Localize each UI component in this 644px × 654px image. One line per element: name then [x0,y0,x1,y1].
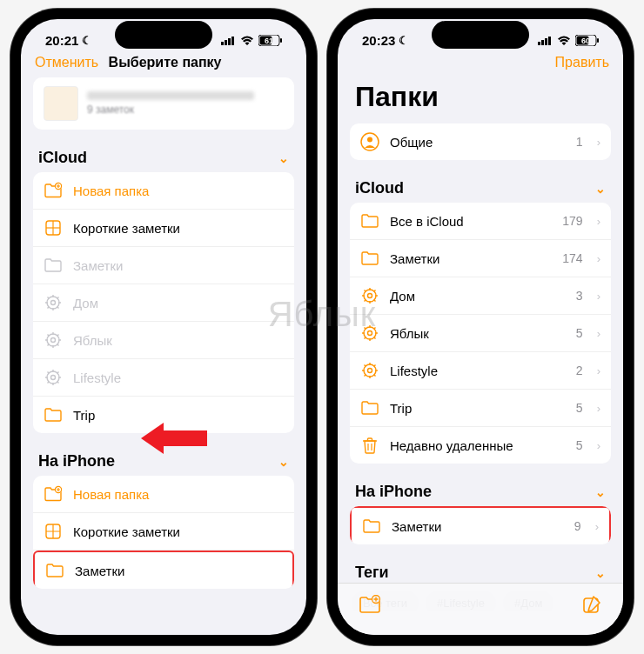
folder-count: 174 [562,251,582,265]
svg-line-68 [365,290,366,292]
svg-point-16 [51,301,56,305]
new-folder-icon[interactable] [359,595,381,614]
chevron-right-icon: › [597,364,600,377]
chevron-right-icon: › [597,327,600,340]
folder-label: Все в iCloud [390,214,552,229]
folder-row[interactable]: Новая папка [33,476,294,513]
chevron-right-icon: › [597,439,600,452]
folder-row[interactable]: Lifestyle2› [350,352,611,390]
svg-rect-3 [231,37,234,45]
battery-icon: 60 [575,35,599,46]
iphone-folder-list: Новая папкаКороткие заметкиЗаметки [33,476,294,589]
svg-line-23 [48,307,50,309]
svg-point-61 [367,137,372,143]
status-time: 20:23 [362,33,395,48]
svg-point-73 [368,331,372,336]
folder-label: Trip [390,401,566,416]
signal-icon [538,36,553,45]
folder-row[interactable]: Trip5› [350,390,611,427]
folder-row[interactable]: Новая папка [33,172,294,210]
svg-line-24 [57,297,59,299]
folder-count: 5 [576,401,583,415]
folder-icon [45,561,64,580]
folder-row: Заметки [33,247,294,284]
svg-line-90 [365,375,366,377]
folder-label: Дом [390,289,566,304]
svg-line-88 [365,365,366,367]
svg-line-43 [48,382,50,384]
section-header-icloud[interactable]: iCloud ⌄ [33,142,294,172]
svg-line-21 [48,297,50,299]
folder-row[interactable]: Недавно удаленные5› [350,427,611,464]
folder-row[interactable]: Дом3› [350,277,611,315]
svg-line-31 [48,335,50,337]
cancel-button[interactable]: Отменить [35,55,98,70]
folder-row[interactable]: Заметки9› [350,506,611,544]
folder-row: Дом [33,284,294,322]
folder-icon [44,405,63,424]
dynamic-island [115,21,212,49]
svg-line-79 [374,337,376,339]
folder-row[interactable]: Короткие заметки [33,210,294,247]
chevron-right-icon: › [595,520,599,533]
svg-line-71 [374,290,376,292]
dnd-moon-icon: ☾ [82,34,92,47]
dnd-moon-icon: ☾ [399,34,409,47]
folder-icon [360,249,379,268]
overlay-arrow [141,423,207,454]
svg-line-22 [57,307,59,309]
section-header-icloud[interactable]: iCloud ⌄ [350,172,611,203]
bottom-toolbar [338,583,623,635]
icloud-folder-list: Все в iCloud179›Заметки174›Дом3›Яблык5›L… [350,203,611,464]
folder-label: Заметки [392,519,564,534]
folder-row[interactable]: Все в iCloud179› [350,203,611,240]
folder-row[interactable]: Заметки [33,551,294,589]
iphone-folder-list: Заметки9› [350,506,611,544]
folder-label: Lifestyle [390,364,566,378]
chevron-down-icon: ⌄ [278,455,289,469]
section-header-iphone[interactable]: На iPhone ⌄ [350,476,611,506]
new-folder-icon [44,484,63,504]
folder-row[interactable]: Короткие заметки [33,513,294,551]
svg-rect-6 [280,38,282,43]
svg-rect-55 [548,37,551,45]
icloud-folder-list: Новая папкаКороткие заметкиЗаметкиДомЯбл… [33,172,294,433]
gear-icon [360,361,379,380]
svg-line-34 [57,335,59,337]
svg-line-81 [374,328,376,330]
battery-icon: 61 [258,35,282,46]
svg-point-26 [51,338,56,343]
folder-count: 5 [576,326,583,340]
new-folder-icon [44,181,63,200]
svg-line-91 [374,365,376,367]
folder-label: Заметки [73,258,284,273]
svg-rect-1 [225,40,227,45]
svg-point-63 [368,294,372,298]
folder-label: Новая папка [73,184,284,198]
folder-row[interactable]: Заметки174› [350,240,611,277]
folder-label: Яблык [73,333,284,348]
dynamic-island [432,21,529,49]
wifi-icon [557,36,571,46]
folder-label: Заметки [390,251,552,266]
nav-bar: Править [338,50,623,77]
svg-rect-52 [538,42,540,45]
grid-icon [44,218,63,237]
phone-right: 20:23 ☾ 60 Править Папки Общие 1 › [327,9,634,645]
shared-row-card: Общие 1 › [350,123,611,160]
svg-line-44 [57,372,59,374]
note-preview-card: 9 заметок [33,77,294,130]
chevron-right-icon: › [597,136,600,149]
gear-icon [44,293,63,312]
status-time: 20:21 [45,33,78,48]
svg-rect-53 [541,40,544,45]
shared-folder-row[interactable]: Общие 1 › [350,123,611,160]
grid-icon [44,522,63,541]
svg-point-36 [51,376,56,380]
edit-button[interactable]: Править [555,55,609,70]
folder-row[interactable]: Яблык5› [350,315,611,352]
compose-icon[interactable] [581,594,602,615]
folder-icon [360,398,379,417]
folder-label: Trip [73,408,284,423]
nav-title: Выберите папку [98,55,231,70]
